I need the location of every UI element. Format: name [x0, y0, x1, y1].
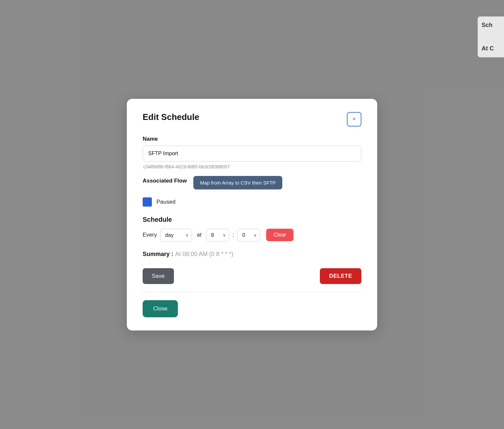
- associated-flow-label: Associated Flow: [143, 178, 187, 184]
- hour-select[interactable]: 0123 4567 891011 12131415 16171819 20212…: [206, 229, 229, 242]
- summary-value: At 08:00 AM (0 8 * * *): [175, 251, 233, 258]
- name-input[interactable]: [143, 146, 361, 161]
- summary-row: Summary : At 08:00 AM (0 8 * * *): [143, 251, 361, 258]
- uuid-text: c3489d8b-f664-4d19-8d85-bb3c58388057: [143, 164, 361, 169]
- colon-separator: :: [233, 232, 234, 238]
- paused-label: Paused: [156, 199, 176, 205]
- period-select[interactable]: day week month hour: [160, 229, 192, 242]
- save-button[interactable]: Save: [143, 268, 174, 284]
- minute-select-wrapper: 051015 20253035 40455055: [237, 229, 260, 242]
- close-button[interactable]: ×: [347, 112, 361, 127]
- modal-title: Edit Schedule: [143, 112, 199, 122]
- schedule-row: Every day week month hour at 0123 4567 8…: [143, 229, 361, 242]
- name-section: Name c3489d8b-f664-4d19-8d85-bb3c5838805…: [143, 136, 361, 169]
- period-select-wrapper: day week month hour: [160, 229, 192, 242]
- bg-peek-text1: Sch: [482, 22, 500, 29]
- schedule-section: Schedule Every day week month hour at 01…: [143, 216, 361, 242]
- flow-badge-button[interactable]: Map from Array to CSV then SFTP: [193, 176, 282, 189]
- close-footer-button[interactable]: Close: [143, 300, 178, 317]
- at-label: at: [197, 232, 201, 238]
- clear-button[interactable]: Clear: [266, 229, 293, 241]
- schedule-title: Schedule: [143, 216, 361, 223]
- close-icon: ×: [352, 116, 356, 123]
- delete-button[interactable]: DELETE: [320, 268, 361, 284]
- action-row: Save DELETE: [143, 268, 361, 292]
- associated-flow-row: Associated Flow Map from Array to CSV th…: [143, 176, 361, 189]
- name-label: Name: [143, 136, 361, 142]
- footer-row: Close: [143, 300, 361, 317]
- paused-checkbox[interactable]: [143, 197, 152, 207]
- edit-schedule-modal: Edit Schedule × Name c3489d8b-f664-4d19-…: [127, 99, 377, 330]
- summary-label: Summary :: [143, 251, 173, 258]
- hour-select-wrapper: 0123 4567 891011 12131415 16171819 20212…: [206, 229, 229, 242]
- modal-header: Edit Schedule ×: [143, 112, 361, 127]
- paused-row: Paused: [143, 197, 361, 207]
- minute-select[interactable]: 051015 20253035 40455055: [237, 229, 260, 242]
- every-label: Every: [143, 232, 157, 238]
- bg-peek-text2: At C: [482, 45, 500, 52]
